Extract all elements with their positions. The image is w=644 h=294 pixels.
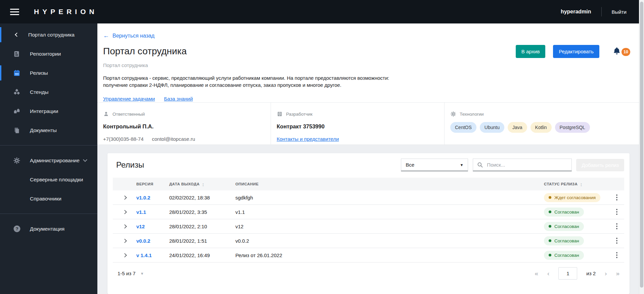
row-expander-icon[interactable] <box>123 210 127 214</box>
sidebar: Портал сотрудника Репозитории Релизы Сте… <box>0 23 97 294</box>
responsible-email: contol@itopcase.ru <box>152 136 195 142</box>
edit-button[interactable]: Редактировать <box>553 45 599 58</box>
row-expander-icon[interactable] <box>123 224 127 229</box>
repository-icon <box>13 50 21 58</box>
table-row: v 1.4.124/01/2022, 16:49Релиз от 26.01.2… <box>113 248 624 262</box>
row-expander-icon[interactable] <box>123 253 127 257</box>
back-link[interactable]: ← Вернуться назад <box>103 32 154 39</box>
technology-chip: Ubuntu <box>480 122 504 133</box>
column-version: ВЕРСИЯ <box>136 182 169 186</box>
caret-down-icon: ▼ <box>140 272 144 276</box>
developer-card: Разработчик Контракт 3753990 Контакты и … <box>271 103 445 144</box>
calendar-icon <box>13 69 21 77</box>
release-date: 02/02/2022, 18:38 <box>169 195 210 200</box>
row-menu-button[interactable] <box>615 222 619 231</box>
add-release-button[interactable]: Добавить релиз <box>576 159 624 171</box>
last-page-button[interactable]: » <box>616 270 619 277</box>
sidebar-item-integrations[interactable]: Интеграции <box>0 102 97 121</box>
hamburger-menu-icon[interactable] <box>10 9 19 15</box>
status-dot-icon <box>549 254 551 256</box>
row-menu-button[interactable] <box>615 193 619 202</box>
release-version-link[interactable]: v0.0.2 <box>136 238 150 244</box>
sort-icon[interactable]: ↕ <box>580 181 583 187</box>
sidebar-item-documentation[interactable]: ? Документация <box>0 219 97 238</box>
page-subtitle: Портал сотрудника <box>103 62 644 68</box>
sidebar-subitem-label: Справочники <box>30 196 61 202</box>
gear-icon <box>450 111 456 117</box>
question-icon: ? <box>13 225 21 233</box>
tasks-management-link[interactable]: Управление задачами <box>103 96 155 102</box>
sort-icon[interactable]: ↕ <box>202 181 204 187</box>
sidebar-item-repositories[interactable]: Репозитории <box>0 44 97 63</box>
status-text: Согласован <box>554 253 579 258</box>
sidebar-item-directories[interactable]: Справочники <box>0 189 97 208</box>
sidebar-item-label: Администрирование <box>30 158 80 164</box>
prev-page-button[interactable]: ‹ <box>547 270 549 277</box>
technology-chip: Java <box>508 122 527 133</box>
first-page-button[interactable]: « <box>535 270 538 277</box>
knowledge-base-link[interactable]: База знаний <box>164 96 193 102</box>
status-dot-icon <box>549 225 551 228</box>
responsible-phone: +7(300)035-88-74 <box>103 136 144 142</box>
sidebar-item-stands[interactable]: Стенды <box>0 82 97 102</box>
technology-chip: Kotlin <box>531 122 552 133</box>
release-version-link[interactable]: v1.1 <box>136 209 146 215</box>
releases-section: Релизы Все ▼ Добавить релиз ВЕ <box>97 145 644 294</box>
sidebar-item-documents[interactable]: Документы <box>0 121 97 140</box>
notifications-count-badge: 10 <box>622 48 630 56</box>
scrollbar[interactable] <box>639 0 644 294</box>
rows-range-label: 1-5 из 7 <box>118 271 136 276</box>
logout-button[interactable]: Выйти <box>612 9 627 15</box>
pagination: 1-5 из 7 ▼ « ‹ 1 из 2 › » <box>113 267 624 280</box>
sidebar-item-label: Релизы <box>30 70 48 76</box>
total-pages-label: из 2 <box>586 271 596 276</box>
table-row: v0.0.228/01/2022, 1:51v0.0.2Согласован <box>113 234 624 248</box>
scrollbar-thumb[interactable] <box>640 2 643 288</box>
rows-per-page[interactable]: 1-5 из 7 ▼ <box>118 271 144 276</box>
release-version-link[interactable]: v12 <box>136 224 145 229</box>
technology-chips: CentOSUbuntuJavaKotlinPostgreSQL <box>450 122 637 133</box>
archive-button[interactable]: В архив <box>516 45 546 58</box>
release-description: v12 <box>235 224 243 229</box>
bell-icon <box>612 46 622 56</box>
sidebar-item-server-sites[interactable]: Серверные площадки <box>0 170 97 189</box>
person-icon <box>103 111 109 117</box>
notifications-button[interactable]: 10 <box>612 46 630 57</box>
row-expander-icon[interactable] <box>123 239 127 243</box>
responsible-label: Ответственный <box>112 112 145 117</box>
technology-chip: PostgreSQL <box>555 122 590 133</box>
copy-documents-icon <box>13 126 21 134</box>
next-page-button[interactable]: › <box>605 270 607 277</box>
status-dot-icon <box>549 211 551 213</box>
sidebar-item-label: Репозитории <box>30 51 61 57</box>
release-description: v1.1 <box>235 209 245 215</box>
column-date: ДАТА ВЫХОДА <box>169 182 199 186</box>
row-menu-button[interactable] <box>615 208 619 216</box>
developer-contacts-link[interactable]: Контакты и представители <box>277 136 339 142</box>
sidebar-item-label: Документы <box>30 127 57 133</box>
responsible-name: Контрольный П.А. <box>103 123 264 130</box>
release-description: v0.0.2 <box>235 238 249 244</box>
row-expander-icon[interactable] <box>123 195 127 200</box>
status-filter-select[interactable]: Все ▼ <box>401 159 468 171</box>
row-menu-button[interactable] <box>615 236 619 245</box>
arrow-left-icon: ← <box>103 32 109 39</box>
release-version-link[interactable]: v 1.4.1 <box>136 252 152 258</box>
release-version-link[interactable]: v1.0.2 <box>136 195 150 200</box>
status-text: Согласован <box>554 238 579 243</box>
current-page-input[interactable]: 1 <box>558 267 577 280</box>
sidebar-item-label: Интеграции <box>30 108 58 114</box>
table-header: ВЕРСИЯ ДАТА ВЫХОДА ↕ ОПИСАНИЕ СТАТУС РЕЛ… <box>113 178 624 190</box>
column-status: СТАТУС РЕЛИЗА <box>544 182 578 186</box>
sidebar-item-administration[interactable]: Администрирование <box>0 151 97 170</box>
row-menu-button[interactable] <box>615 251 619 259</box>
sidebar-back-label: Портал сотрудника <box>28 32 75 38</box>
service-header: ← Вернуться назад Портал сотрудника Порт… <box>97 23 644 102</box>
status-filter-value: Все <box>406 162 414 168</box>
sidebar-back-item[interactable]: Портал сотрудника <box>0 25 97 44</box>
sidebar-item-releases[interactable]: Релизы <box>0 63 97 82</box>
app-window: HYPERION hyperadmin Выйти Портал сотрудн… <box>0 0 644 294</box>
caret-down-icon: ▼ <box>460 163 463 167</box>
search-input[interactable] <box>473 159 572 171</box>
release-date: 28/01/2022, 2:10 <box>169 224 207 229</box>
